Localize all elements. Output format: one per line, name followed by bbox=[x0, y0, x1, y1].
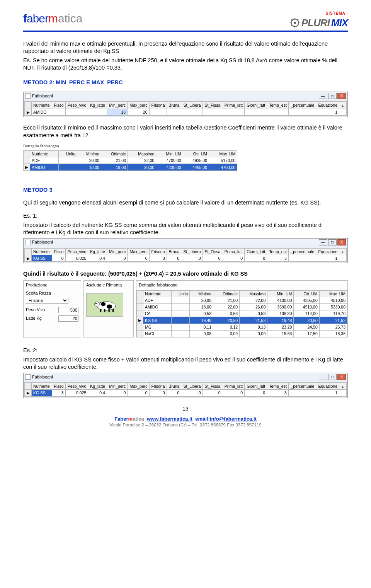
cell: 0,12 bbox=[213, 324, 240, 330]
col: Nutriente bbox=[32, 383, 52, 390]
cell-maxperc: 20 bbox=[128, 109, 149, 116]
minimize-button[interactable]: — bbox=[319, 93, 327, 99]
cell: 20,00 bbox=[128, 164, 156, 171]
window-fabbisogni-1: Fabbisogni — □ X Nutriente Fisso Peso_vi… bbox=[23, 92, 348, 117]
grid-dettaglio-2[interactable]: Nutriente Unita Minimo Ottimale Massimo … bbox=[136, 290, 347, 337]
cell: 0 bbox=[149, 255, 167, 262]
scelta-razza-select[interactable]: Frisona bbox=[26, 297, 68, 304]
close-button[interactable]: X bbox=[337, 239, 346, 245]
minimize-button[interactable]: — bbox=[319, 239, 327, 245]
cell: 0 bbox=[203, 255, 222, 262]
page-number: 13 bbox=[23, 405, 348, 412]
minimize-button[interactable]: — bbox=[319, 374, 327, 380]
intro-para-2: Es. Se ho come valore ottimale del nutri… bbox=[23, 57, 348, 72]
panel-title-asciutta: Asciutta e Rimonta bbox=[86, 282, 131, 288]
window-icon bbox=[25, 240, 31, 245]
col: Ottimale bbox=[101, 151, 128, 157]
cell: 0 bbox=[128, 255, 149, 262]
row-pointer bbox=[137, 331, 143, 337]
window-title: Fabbisogni bbox=[32, 239, 53, 245]
window-icon bbox=[25, 374, 31, 380]
cell: 0 bbox=[181, 255, 203, 262]
brand-m: m bbox=[48, 11, 58, 27]
cell: 0,025 bbox=[65, 255, 88, 262]
table-row[interactable]: ▶ KG SS 0 0,025 0,4 0 0 0 0 0 0 0 0 3 1 bbox=[25, 255, 346, 262]
col: Nutriente bbox=[143, 290, 172, 297]
col-stfis: St_Fissa bbox=[203, 102, 222, 109]
grid-dettaglio-1[interactable]: Nutriente Unita Minimo Ottimale Massimo … bbox=[23, 150, 237, 171]
col-giorni: Giorni_latt bbox=[244, 102, 267, 109]
col: Max_UM bbox=[319, 290, 347, 297]
cell: 0,025 bbox=[65, 390, 88, 397]
col: Max_perc bbox=[128, 248, 149, 255]
col: Equazione bbox=[316, 248, 339, 255]
cell: 18,00 bbox=[190, 304, 213, 310]
maximize-button[interactable]: □ bbox=[328, 239, 337, 245]
close-button[interactable]: X bbox=[337, 374, 346, 380]
peso-vivo-input[interactable] bbox=[58, 307, 78, 313]
latte-input[interactable] bbox=[58, 315, 78, 322]
svg-point-2 bbox=[97, 302, 116, 310]
cell: 0,58 bbox=[240, 310, 267, 317]
svg-point-3 bbox=[101, 302, 106, 306]
col-peso: Peso_vivo bbox=[65, 102, 88, 109]
cell bbox=[288, 109, 316, 116]
cell bbox=[288, 390, 316, 397]
maximize-button[interactable]: □ bbox=[328, 374, 337, 380]
table-row[interactable]: ADF20,0021,0022,004100,004305,004510,00 bbox=[137, 297, 347, 303]
col-kglatte: Kg_latte bbox=[88, 102, 107, 109]
col: Max_perc bbox=[128, 383, 149, 390]
cell: 0 bbox=[181, 390, 203, 397]
grid-fabbisogni-2[interactable]: Nutriente Fisso Peso_vivo Kg_latte Min_p… bbox=[25, 248, 346, 262]
svg-rect-6 bbox=[104, 309, 105, 312]
maximize-button[interactable]: □ bbox=[328, 93, 337, 99]
table-row[interactable]: CA0,530,560,58108,30114,00119,70 bbox=[137, 310, 347, 317]
svg-point-4 bbox=[107, 304, 112, 308]
brand-mix: MIX bbox=[331, 16, 348, 30]
cell: AMIDO bbox=[143, 304, 172, 310]
es1-text: Impostato il calcolo del nutriente KG SS… bbox=[23, 222, 348, 237]
table-row[interactable]: ▶ KG SS 3 0,025 0,4 0 0 0 0 0 0 0 0 3 1 bbox=[25, 390, 346, 397]
brand-pluri: PLURI bbox=[301, 16, 330, 30]
cell: 20,00 bbox=[190, 297, 213, 303]
scroll-up-icon[interactable] bbox=[339, 383, 346, 390]
cell: 17,50 bbox=[294, 331, 319, 337]
footer-email-link[interactable]: info@fabermatica.it bbox=[210, 416, 257, 422]
col: Minimo bbox=[77, 151, 101, 157]
cell: 3 bbox=[267, 255, 289, 262]
result-para: Ecco il risultato: il minimo ed il massi… bbox=[23, 124, 348, 139]
table-row[interactable]: NaCl0,080,090,0916,6317,5018,38 bbox=[137, 331, 347, 337]
grid-fabbisogni-3[interactable]: Nutriente Fisso Peso_vivo Kg_latte Min_p… bbox=[25, 383, 346, 397]
table-row[interactable]: ▶KG SS19,4820,5021,5319,4820,5021,53 bbox=[137, 317, 347, 324]
col: Max_UM bbox=[209, 151, 237, 157]
col-bruna: Bruna bbox=[167, 102, 181, 109]
cell: 20,00 bbox=[77, 157, 101, 164]
window-fabbisogni-2: Fabbisogni — □ X Nutriente Fisso Peso_vi… bbox=[23, 238, 348, 264]
cell bbox=[65, 109, 88, 116]
footer-site-link[interactable]: www.fabermatica.it bbox=[147, 416, 192, 422]
col: Massimo bbox=[240, 290, 267, 297]
scroll-up-icon[interactable] bbox=[339, 102, 346, 109]
cell: 19,48 bbox=[267, 317, 294, 324]
scroll-up-icon[interactable] bbox=[339, 248, 346, 255]
table-row-selected[interactable]: ▶ AMIDO 18,00 19,00 20,00 4230,00 4465,0… bbox=[24, 164, 237, 171]
close-button[interactable]: X bbox=[337, 93, 346, 99]
cell-minperc[interactable]: 18 bbox=[107, 109, 127, 116]
row-selector-header bbox=[25, 248, 32, 255]
table-row[interactable]: AMIDO18,0022,0026,003690,004510,005330,0… bbox=[137, 304, 347, 310]
svg-rect-8 bbox=[112, 309, 114, 312]
header-bar: f aber m atica SISTEMA PLURI MIX bbox=[23, 11, 348, 32]
table-row[interactable]: ADF 20,00 21,00 22,00 4700,00 4935,00 51… bbox=[24, 157, 237, 164]
grid-fabbisogni-1[interactable]: Nutriente Fisso Peso_vivo Kg_latte Min_p… bbox=[25, 102, 346, 116]
row-pointer bbox=[24, 157, 30, 164]
table-row[interactable]: MG0,110,120,1323,2824,5025,73 bbox=[137, 324, 347, 330]
cell-eq: 1 bbox=[316, 109, 339, 116]
cell: MG bbox=[143, 324, 172, 330]
window-icon bbox=[25, 93, 31, 99]
cell: NaCl bbox=[143, 331, 172, 337]
col: Min_UM bbox=[267, 290, 294, 297]
table-row[interactable]: ▶ AMIDO 18 20 1 bbox=[25, 109, 346, 116]
col: Bruna bbox=[167, 248, 181, 255]
col: Massimo bbox=[128, 151, 156, 157]
es1-label: Es. 1: bbox=[23, 213, 37, 219]
